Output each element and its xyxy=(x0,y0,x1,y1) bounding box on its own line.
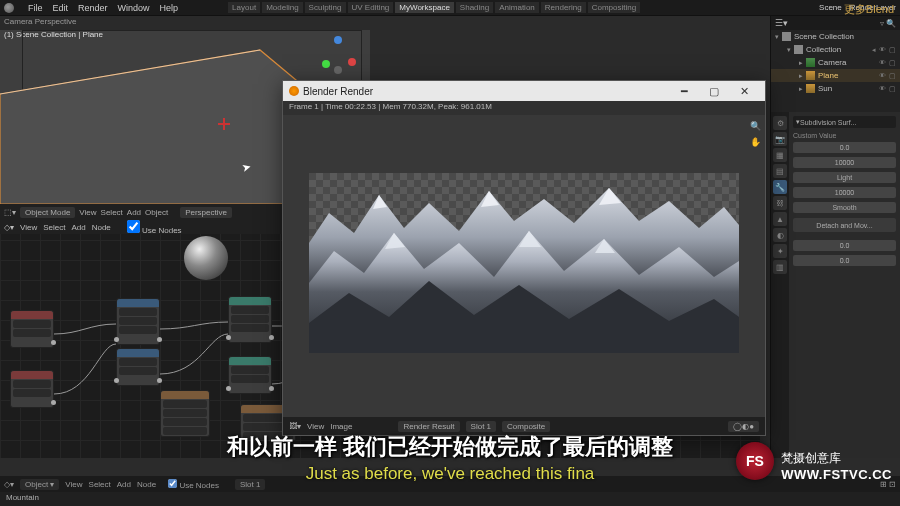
eye-icon[interactable]: 👁 xyxy=(879,72,886,80)
outliner-item-sun[interactable]: ▸ Sun 👁▢ xyxy=(771,82,900,95)
prop-tab[interactable]: ⚙ xyxy=(773,116,787,130)
prop-number-field[interactable]: 0.0 xyxy=(793,142,896,153)
outliner-item-plane[interactable]: ▸ Plane 👁▢ xyxy=(771,69,900,82)
render-window-titlebar[interactable]: Blender Render ━ ▢ ✕ xyxy=(283,81,765,101)
eye-icon[interactable]: 👁 xyxy=(879,46,886,54)
prop-tab[interactable]: ⛓ xyxy=(773,196,787,210)
zoom-icon[interactable]: 🔍 xyxy=(750,121,761,131)
ne-node[interactable]: Node xyxy=(92,223,111,232)
menu-file[interactable]: File xyxy=(28,3,43,13)
ne-view[interactable]: View xyxy=(20,223,37,232)
workspace-tab-active[interactable]: MyWorkspace xyxy=(395,2,454,13)
use-nodes-checkbox[interactable] xyxy=(127,220,140,233)
pan-icon[interactable]: ✋ xyxy=(750,137,761,147)
rendered-image xyxy=(309,173,739,353)
maximize-button[interactable]: ▢ xyxy=(699,81,729,101)
shader-node[interactable] xyxy=(228,296,272,343)
use-nodes-label: Use Nodes xyxy=(142,226,182,235)
ne-select[interactable]: Select xyxy=(43,223,65,232)
outliner-scene-collection[interactable]: ▾ Scene Collection xyxy=(771,30,900,43)
prop-tab[interactable]: ▲ xyxy=(773,212,787,226)
outliner-label: Camera xyxy=(818,58,846,67)
editor-type-icon[interactable]: ◇▾ xyxy=(4,223,14,232)
workspace-tab[interactable]: Animation xyxy=(495,2,539,13)
layer-selector[interactable]: Composite xyxy=(502,421,550,432)
menu-render[interactable]: Render xyxy=(78,3,108,13)
menu-edit[interactable]: Edit xyxy=(53,3,69,13)
render-icon[interactable]: ▢ xyxy=(889,72,896,80)
shader-node[interactable] xyxy=(116,298,160,345)
persp-toggle[interactable]: Perspective xyxy=(180,207,232,218)
restrict-icon[interactable]: ◂ xyxy=(872,46,876,54)
display-mode-icons[interactable]: ◯◐● xyxy=(728,421,759,432)
close-button[interactable]: ✕ xyxy=(729,81,759,101)
workspace-tab[interactable]: Layout xyxy=(228,2,260,13)
tb-view[interactable]: View xyxy=(79,208,96,217)
render-window[interactable]: Blender Render ━ ▢ ✕ Frame 1 | Time 00:2… xyxy=(282,80,766,436)
render-icon[interactable]: ▢ xyxy=(889,85,896,93)
prop-number-field[interactable]: Light xyxy=(793,172,896,183)
workspace-tab[interactable]: Compositing xyxy=(588,2,640,13)
render-window-title: Blender Render xyxy=(303,86,373,97)
rf-image[interactable]: Image xyxy=(330,422,352,431)
eye-icon[interactable]: 👁 xyxy=(879,85,886,93)
modifier-header[interactable]: ▾ Subdivision Surf... xyxy=(793,116,896,128)
menu-window[interactable]: Window xyxy=(118,3,150,13)
prop-tab[interactable]: ▤ xyxy=(773,164,787,178)
outliner-collection[interactable]: ▾ Collection ◂👁▢ xyxy=(771,43,900,56)
prop-number-field[interactable]: 0.0 xyxy=(793,240,896,251)
scene-selector[interactable]: Scene xyxy=(819,3,842,12)
workspace-tab[interactable]: UV Editing xyxy=(348,2,394,13)
render-image-area[interactable]: 🔍 ✋ xyxy=(283,115,765,417)
workspace-tabs: Layout Modeling Sculpting UV Editing MyW… xyxy=(228,2,640,13)
operator-button[interactable]: Detach and Mov... xyxy=(793,218,896,232)
material-preview-sphere xyxy=(184,236,228,280)
workspace-tab[interactable]: Sculpting xyxy=(305,2,346,13)
prop-number-field[interactable]: 10000 xyxy=(793,157,896,168)
shader-node[interactable] xyxy=(116,348,160,386)
prop-tab[interactable]: ▥ xyxy=(773,260,787,274)
orientation-gizmo[interactable] xyxy=(318,36,358,76)
prop-number-field[interactable]: 0.0 xyxy=(793,255,896,266)
shader-node[interactable] xyxy=(160,390,210,437)
viewport-header: Camera Perspective xyxy=(0,16,370,30)
menu-help[interactable]: Help xyxy=(160,3,179,13)
shader-node[interactable] xyxy=(228,356,272,394)
eye-icon[interactable]: 👁 xyxy=(879,59,886,67)
outliner-filter-icons[interactable]: ▿ 🔍 xyxy=(880,19,896,28)
outliner-label: Scene Collection xyxy=(794,32,854,41)
tb-object[interactable]: Object xyxy=(145,208,168,217)
prop-tab[interactable]: ✦ xyxy=(773,244,787,258)
shader-node[interactable] xyxy=(10,370,54,408)
editor-type-icon[interactable]: ☰▾ xyxy=(775,18,788,28)
shader-node[interactable] xyxy=(10,310,54,348)
outliner-panel: ☰▾ ▿ 🔍 ▾ Scene Collection ▾ Collection ◂… xyxy=(770,16,900,112)
editor-type-icon[interactable]: ⬚▾ xyxy=(4,208,16,217)
viewport-title: Camera Perspective xyxy=(4,17,76,26)
ne-add[interactable]: Add xyxy=(71,223,85,232)
brand-text: 梵摄创意库 WWW.FSTVC.CC xyxy=(781,450,892,482)
prop-number-field[interactable]: 10000 xyxy=(793,187,896,198)
minimize-button[interactable]: ━ xyxy=(669,81,699,101)
prop-tab[interactable]: 📷 xyxy=(773,132,787,146)
render-icon[interactable]: ▢ xyxy=(889,46,896,54)
render-icon[interactable]: ▢ xyxy=(889,59,896,67)
prop-tab[interactable]: ◐ xyxy=(773,228,787,242)
rf-view[interactable]: View xyxy=(307,422,324,431)
tb-add[interactable]: Add xyxy=(127,208,141,217)
outliner-item-camera[interactable]: ▸ Camera 👁▢ xyxy=(771,56,900,69)
prop-number-field[interactable]: Smooth xyxy=(793,202,896,213)
slot-number[interactable]: Slot 1 xyxy=(466,421,496,432)
brand-name-zh: 梵摄创意库 xyxy=(781,450,892,467)
workspace-tab[interactable]: Shading xyxy=(456,2,493,13)
prop-tab[interactable]: ▦ xyxy=(773,148,787,162)
tb-select[interactable]: Select xyxy=(101,208,123,217)
slot-selector[interactable]: Render Result xyxy=(398,421,459,432)
workspace-tab[interactable]: Modeling xyxy=(262,2,302,13)
properties-body: ▾ Subdivision Surf... Custom Value 0.0 1… xyxy=(789,112,900,458)
editor-type-icon[interactable]: 🖼▾ xyxy=(289,422,301,431)
mode-selector[interactable]: Object Mode xyxy=(20,207,75,218)
properties-panel: ⚙ 📷 ▦ ▤ 🔧 ⛓ ▲ ◐ ✦ ▥ ▾ Subdivision Surf..… xyxy=(770,112,900,458)
workspace-tab[interactable]: Rendering xyxy=(541,2,586,13)
prop-tab-modifiers[interactable]: 🔧 xyxy=(773,180,787,194)
